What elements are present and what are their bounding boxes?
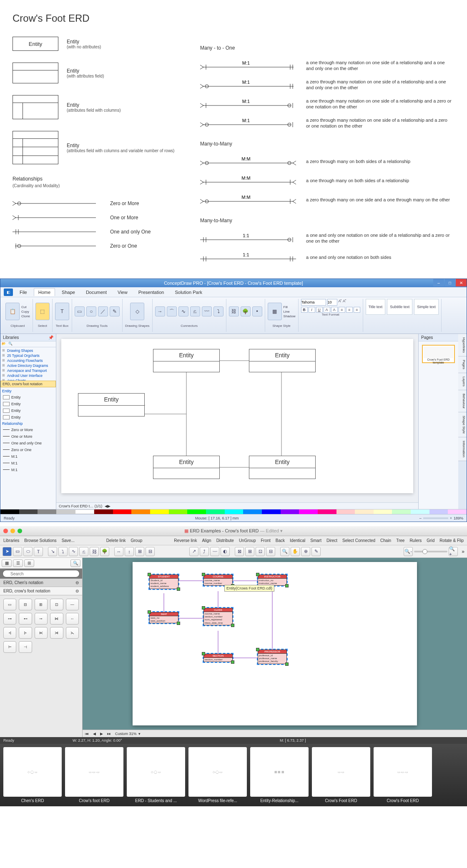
erd-entity[interactable]: INSTRUCTORinstructor_noinstructor_name [258, 574, 287, 586]
zoom-tool-icon[interactable]: 🔍 [280, 547, 289, 556]
shape-item[interactable]: Entity [2, 394, 54, 401]
mac-minimize-icon[interactable] [10, 529, 15, 533]
folder-item[interactable]: Android User Interface [2, 373, 54, 378]
tool-icon[interactable]: 🌳 [100, 547, 109, 556]
tool-icon[interactable]: ↘ [48, 547, 57, 556]
canvas-entity[interactable]: Entity [153, 456, 219, 468]
tool-icon[interactable]: ⬭ [23, 547, 33, 556]
folder-item[interactable]: Area Charts [2, 378, 54, 381]
tool-icon[interactable]: ⤵ [58, 547, 68, 556]
palette-shape[interactable]: ⊞ [35, 599, 48, 610]
tool-icon[interactable]: ⎌ [79, 547, 88, 556]
canvas-entity[interactable]: Entity [249, 456, 315, 468]
folder-item[interactable]: Accounting Flowcharts [2, 358, 54, 363]
side-tab-chen[interactable]: ERD, Chen's notation⊖ [0, 579, 82, 587]
tool-icon[interactable]: ⊕ [301, 547, 310, 556]
toolbar-align[interactable]: Align [202, 538, 211, 543]
palette-shape[interactable]: ⊣ [19, 641, 32, 653]
shape-item[interactable]: M:1 [2, 460, 54, 467]
page-next-icon[interactable]: ▶ [100, 732, 103, 736]
connector-curve[interactable]: 〰 [202, 306, 212, 316]
textbox-button[interactable]: T [55, 303, 69, 320]
page-thumbnail[interactable]: Crow's Foot ERD template [422, 345, 455, 363]
toolbar-distribute[interactable]: Distribute [216, 538, 234, 543]
tool-icon[interactable]: ✎ [110, 306, 120, 316]
menu-view[interactable]: View [113, 288, 132, 296]
shape-item[interactable]: M:1 [2, 467, 54, 473]
subtitle-text-button[interactable]: Subtitle text [387, 299, 412, 315]
connector-arc[interactable]: ⌒ [167, 306, 177, 316]
toolbar-deletelink[interactable]: Delete link [106, 538, 126, 543]
canvas[interactable]: Entity Entity Entity Entity Entity [61, 339, 413, 493]
erd-entity[interactable]: PROFESSORprofessor_idprofessor_nameprofe… [258, 650, 287, 664]
close-tab-icon[interactable]: ⊖ [75, 580, 79, 585]
erd-entity[interactable]: CLASScourse_namesection_numbernum_regist… [203, 608, 233, 625]
connector-round[interactable]: ⤵ [213, 306, 223, 316]
tool-icon[interactable]: 〰 [210, 547, 219, 556]
shape-item[interactable]: Zero or One [2, 447, 54, 453]
menu-file[interactable]: File [15, 288, 31, 296]
italic-button[interactable]: I [309, 307, 315, 313]
toolbar-chain[interactable]: Chain [380, 538, 391, 543]
shape-section-header[interactable]: Entity [2, 388, 54, 394]
chain-button[interactable]: ⛓ [229, 306, 239, 316]
palette-shape[interactable]: ↔ [66, 613, 79, 625]
fontcolor-button[interactable]: A [324, 307, 330, 313]
hand-tool-icon[interactable]: ✋ [291, 547, 300, 556]
maximize-button[interactable]: □ [444, 279, 455, 286]
view-detail-icon[interactable]: ⊞ [24, 559, 34, 567]
toolbar-rotate[interactable]: Rotate & Flip [439, 538, 464, 543]
toolbar-ungroup[interactable]: UnGroup [239, 538, 256, 543]
erd-entity[interactable]: SECTIONsection_number [203, 654, 233, 662]
folder-item[interactable]: Drawing Shapes [2, 348, 54, 353]
scroll-right-icon[interactable]: ▶ [108, 504, 110, 508]
shape-item[interactable]: One and only One [2, 440, 54, 447]
mac-close-icon[interactable] [3, 529, 8, 533]
connector-direct[interactable]: → [155, 306, 165, 316]
mac-page[interactable]: STUDENTStudent_idstudent_namestudent_add… [133, 562, 417, 725]
zoom-out-icon[interactable]: 🔍- [404, 547, 413, 556]
tool-icon[interactable]: ◐ [221, 547, 230, 556]
toolbar-front[interactable]: Front [261, 538, 270, 543]
tool-icon[interactable]: ⊞ [245, 547, 254, 556]
toolbar-browse[interactable]: Browse Solutions [24, 538, 56, 543]
page-first-icon[interactable]: ⏮ [85, 732, 89, 736]
toolbar-libraries[interactable]: Libraries [3, 538, 19, 543]
toolbar-identical[interactable]: Identical [290, 538, 305, 543]
clone-button[interactable]: Clone [21, 314, 30, 318]
folder-item[interactable]: 25 Typical Orgcharts [2, 353, 54, 358]
shapes-button[interactable]: ◇ [130, 303, 144, 320]
palette-shape[interactable]: ⋈ [50, 613, 63, 625]
pane-pin-icon[interactable]: 📌 [48, 335, 53, 340]
select-button[interactable]: ⬚ [35, 303, 50, 320]
search-icon[interactable]: 🔍 [70, 559, 80, 567]
erd-entity[interactable]: COURSEcourse_namecourse_number [203, 574, 233, 586]
tool-icon[interactable]: ○ [86, 306, 96, 316]
toolbar-save[interactable]: Save... [62, 538, 75, 543]
toolbar-direct[interactable]: Direct [326, 538, 337, 543]
tool-icon[interactable]: ▭ [13, 547, 22, 556]
palette-shape[interactable]: ⊸ [35, 613, 48, 625]
toolbar-grid[interactable]: Grid [427, 538, 434, 543]
palette-shape[interactable]: ⊷ [19, 613, 32, 625]
canvas-entity[interactable]: Entity [249, 349, 315, 361]
erd-entity[interactable]: SEATseat_noseat_position [149, 612, 178, 623]
gallery-item[interactable]: ◇-◯-▭WordPress file-refe... [188, 747, 247, 803]
gallery-item[interactable]: ▭-▭Crow's Foot ERD [312, 747, 370, 803]
folder-item[interactable]: Aerospace and Transport [2, 368, 54, 373]
tool-icon[interactable]: ⛓ [90, 547, 99, 556]
gallery-item[interactable]: ▭-▭-▭Crow's foot ERD [65, 747, 123, 803]
page-prev-icon[interactable]: ◀ [93, 732, 96, 736]
canvas-entity[interactable]: Entity [153, 349, 219, 361]
minimize-button[interactable]: – [433, 279, 444, 286]
cut-button[interactable]: Cut [21, 305, 30, 309]
tool-icon[interactable]: ⊟ [146, 547, 155, 556]
shape-item[interactable]: One or More [2, 433, 54, 440]
gallery-item[interactable]: ◇ ◯ ▭ERD - Students and ... [127, 747, 185, 803]
selected-library[interactable]: ERD, crow's foot notation [0, 381, 56, 387]
page-tab[interactable]: Crow's Foot ERD t… (1/1) [59, 504, 102, 508]
menu-home[interactable]: Home [34, 288, 55, 296]
tool-icon[interactable]: ↗ [189, 547, 198, 556]
font-size[interactable] [327, 299, 337, 306]
close-button[interactable]: ✕ [456, 279, 467, 286]
